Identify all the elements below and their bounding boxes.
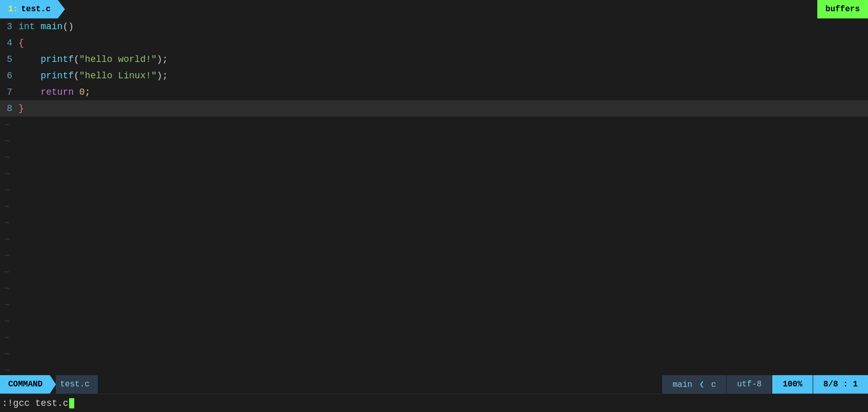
tilde-4: ~ [0, 166, 868, 182]
tilde-11: ~ [0, 280, 868, 297]
context-arrow: ❮ [700, 380, 705, 389]
line-number-7: 7 [2, 87, 18, 97]
mode-label: COMMAND [8, 380, 43, 389]
tilde-12: ~ [0, 297, 868, 313]
tab-filename: test.c [21, 5, 51, 14]
line-content-6: printf("hello Linux!"); [18, 71, 168, 81]
code-line-8: 8 } [0, 100, 868, 117]
tilde-15: ~ [0, 346, 868, 362]
zoom-label: 100% [782, 380, 802, 389]
tab-number: 1: [8, 5, 18, 14]
tilde-8: ~ [0, 231, 868, 248]
tilde-6: ~ [0, 199, 868, 215]
context-segment: main ❮ c [662, 375, 726, 394]
position-label: 8/8 : 1 [823, 380, 858, 389]
encoding-segment: utf-8 [726, 375, 772, 394]
code-line-6: 6 printf("hello Linux!"); [0, 68, 868, 84]
encoding-label: utf-8 [737, 380, 761, 389]
context-label: main ❮ c [672, 379, 716, 389]
tilde-1: ~ [0, 117, 868, 133]
code-line-3: 3 int main() [0, 18, 868, 35]
context-func: main [672, 380, 692, 389]
zoom-segment: 100% [772, 375, 812, 394]
active-tab[interactable]: 1: test.c [0, 0, 65, 18]
tilde-13: ~ [0, 313, 868, 330]
buffers-badge[interactable]: buffers [817, 0, 868, 18]
mode-badge: COMMAND [0, 375, 56, 394]
context-lang: c [711, 380, 716, 389]
line-number-6: 6 [2, 71, 18, 81]
status-filename-label: test.c [60, 380, 90, 389]
status-bar: COMMAND test.c main ❮ c utf-8 100% 8/8 :… [0, 375, 868, 394]
tab-bar: 1: test.c buffers [0, 0, 868, 18]
status-right: main ❮ c utf-8 100% 8/8 : 1 [662, 375, 868, 394]
command-text: :!gcc test.c [2, 398, 69, 408]
line-content-3: int main() [18, 21, 74, 32]
code-line-7: 7 return 0; [0, 84, 868, 100]
line-number-8: 8 [2, 103, 18, 114]
tilde-3: ~ [0, 149, 868, 166]
code-line-5: 5 printf("hello world!"); [0, 51, 868, 68]
line-number-3: 3 [2, 21, 18, 32]
editor-container: 1: test.c buffers 3 int main() 4 { 5 pri… [0, 0, 868, 412]
line-number-4: 4 [2, 38, 18, 48]
code-line-4: 4 { [0, 35, 868, 51]
code-area: 3 int main() 4 { 5 printf("hello world!"… [0, 18, 868, 375]
tab-left: 1: test.c [0, 0, 65, 18]
tilde-7: ~ [0, 215, 868, 231]
position-segment: 8/8 : 1 [813, 375, 868, 394]
line-content-5: printf("hello world!"); [18, 54, 168, 64]
tilde-9: ~ [0, 248, 868, 264]
tilde-5: ~ [0, 182, 868, 199]
tilde-2: ~ [0, 133, 868, 149]
tilde-14: ~ [0, 330, 868, 346]
buffers-label: buffers [825, 5, 860, 14]
command-cursor [69, 398, 74, 408]
tilde-10: ~ [0, 264, 868, 280]
command-line[interactable]: :!gcc test.c [0, 394, 868, 412]
line-content-8: } [18, 103, 24, 114]
line-content-7: return 0; [18, 87, 90, 97]
line-content-4: { [18, 38, 24, 48]
tilde-16: ~ [0, 362, 868, 375]
status-filename: test.c [56, 375, 98, 394]
line-number-5: 5 [2, 54, 18, 64]
